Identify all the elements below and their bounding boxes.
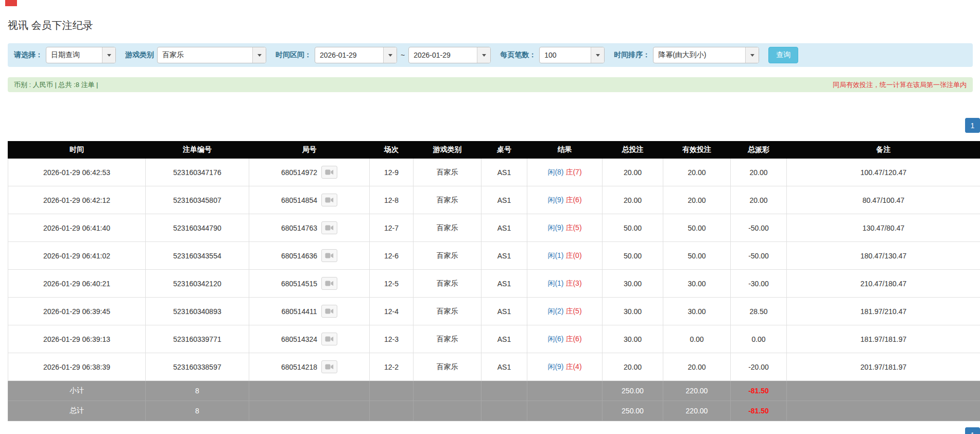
sort-combobox[interactable]: 降幂(由大到小) xyxy=(653,47,759,63)
filter-bar: 请选择： 日期查询 游戏类别 百家乐 时间区间： 2026-01-29 ~ 20… xyxy=(8,43,973,67)
result-player: 闲(8) xyxy=(547,168,563,176)
pagination-top: 1 xyxy=(8,118,980,133)
session-cell: 12-7 xyxy=(370,214,414,242)
total-bet-link[interactable]: 30.00 xyxy=(603,325,663,353)
chevron-down-icon[interactable] xyxy=(745,47,759,63)
notice-bar: 币别 : 人民币 | 总共 :8 注单 | 同局有效投注，统一计算在该局第一张注… xyxy=(8,77,973,92)
table-row: 2026-01-29 06:42:53523160347176680514972… xyxy=(8,159,980,186)
footer-cell xyxy=(527,381,603,401)
round-id-text: 680514854 xyxy=(281,196,317,204)
video-camera-icon xyxy=(325,224,334,231)
total-bet-link[interactable]: 50.00 xyxy=(603,242,663,270)
bet-id-cell: 523160347176 xyxy=(146,159,249,186)
page-1-button[interactable]: 1 xyxy=(965,118,980,133)
round-wrap: 680514972 xyxy=(281,166,337,179)
total-bet-link[interactable]: 20.00 xyxy=(603,353,663,381)
round-cell: 680514972 xyxy=(249,159,370,186)
chevron-down-icon[interactable] xyxy=(477,47,490,63)
chevron-down-icon[interactable] xyxy=(591,47,604,63)
footer-cell: -81.50 xyxy=(731,381,787,401)
currency-summary-text: 币别 : 人民币 | 总共 :8 注单 | xyxy=(14,80,98,90)
chevron-down-icon[interactable] xyxy=(383,47,397,63)
session-cell: 12-2 xyxy=(370,353,414,381)
footer-cell: -81.50 xyxy=(731,401,787,421)
chevron-down-icon[interactable] xyxy=(252,47,266,63)
video-replay-button[interactable] xyxy=(321,360,337,373)
total-bet-link[interactable]: 30.00 xyxy=(603,298,663,325)
sort-value: 降幂(由大到小) xyxy=(654,47,745,63)
video-replay-button[interactable] xyxy=(321,305,337,318)
remark-cell: 130.47/80.47 xyxy=(787,214,980,242)
payout-cell: -20.00 xyxy=(731,353,787,381)
round-wrap: 680514515 xyxy=(281,277,337,290)
caret-shape xyxy=(107,54,111,57)
round-cell: 680514324 xyxy=(249,325,370,353)
search-button[interactable]: 查询 xyxy=(768,47,798,63)
result-cell: 闲(8) 庄(7) xyxy=(527,159,603,186)
footer-cell xyxy=(370,401,414,421)
video-replay-button[interactable] xyxy=(321,249,337,262)
result-banker: 庄(5) xyxy=(565,307,581,315)
chevron-down-icon[interactable] xyxy=(102,47,115,63)
footer-label: 小计 xyxy=(8,381,146,401)
result-banker: 庄(7) xyxy=(565,168,581,176)
round-id-text: 680514218 xyxy=(281,363,317,371)
table-no-cell: AS1 xyxy=(482,242,527,270)
session-cell: 12-9 xyxy=(370,159,414,186)
video-camera-icon xyxy=(325,308,334,315)
round-id-text: 680514972 xyxy=(281,168,317,177)
session-cell: 12-4 xyxy=(370,298,414,325)
round-id-text: 680514515 xyxy=(281,280,317,288)
caret-shape xyxy=(750,54,754,57)
video-camera-icon xyxy=(325,197,334,203)
footer-cell xyxy=(414,401,482,421)
total-bet-link[interactable]: 30.00 xyxy=(603,270,663,298)
column-header-bet-id: 注单编号 xyxy=(146,142,249,159)
session-cell: 12-3 xyxy=(370,325,414,353)
result-cell: 闲(6) 庄(6) xyxy=(527,325,603,353)
time-cell: 2026-01-29 06:39:45 xyxy=(8,298,146,325)
date-to-combobox[interactable]: 2026-01-29 xyxy=(408,47,491,63)
session-cell: 12-5 xyxy=(370,270,414,298)
footer-cell xyxy=(787,381,980,401)
video-replay-button[interactable] xyxy=(321,277,337,290)
footer-cell xyxy=(249,401,370,421)
query-type-combobox[interactable]: 日期查询 xyxy=(46,47,116,63)
total-bet-link[interactable]: 50.00 xyxy=(603,214,663,242)
round-cell: 680514854 xyxy=(249,186,370,214)
payout-cell: -50.00 xyxy=(731,214,787,242)
bet-id-cell: 523160339771 xyxy=(146,325,249,353)
remark-cell: 201.97/181.97 xyxy=(787,353,980,381)
time-cell: 2026-01-29 06:42:53 xyxy=(8,159,146,186)
date-to-value: 2026-01-29 xyxy=(409,47,477,63)
round-id-text: 680514411 xyxy=(281,307,317,316)
game-type-combobox[interactable]: 百家乐 xyxy=(157,47,266,63)
footer-cell xyxy=(249,381,370,401)
game-type-cell: 百家乐 xyxy=(414,159,482,186)
round-cell: 680514515 xyxy=(249,270,370,298)
total-bet-link[interactable]: 20.00 xyxy=(603,186,663,214)
sort-label: 时间排序： xyxy=(614,50,650,60)
page-1-button-bottom[interactable]: 1 xyxy=(965,427,980,434)
date-from-combobox[interactable]: 2026-01-29 xyxy=(315,47,397,63)
total-bet-link[interactable]: 20.00 xyxy=(603,159,663,186)
page-size-combobox[interactable]: 100 xyxy=(539,47,605,63)
notice-warning-text: 同局有效投注，统一计算在该局第一张注单内 xyxy=(833,80,967,90)
video-replay-button[interactable] xyxy=(321,194,337,206)
footer-label: 总计 xyxy=(8,401,146,421)
video-replay-button[interactable] xyxy=(321,166,337,179)
payout-cell: -30.00 xyxy=(731,270,787,298)
column-header-game-type: 游戏类别 xyxy=(414,142,482,159)
page-title: 视讯 会员下注纪录 xyxy=(8,19,980,32)
result-cell: 闲(2) 庄(5) xyxy=(527,298,603,325)
round-wrap: 680514324 xyxy=(281,333,337,345)
video-replay-button[interactable] xyxy=(321,333,337,345)
table-no-cell: AS1 xyxy=(482,270,527,298)
game-type-cell: 百家乐 xyxy=(414,298,482,325)
table-no-cell: AS1 xyxy=(482,353,527,381)
result-player: 闲(1) xyxy=(547,251,563,259)
filter-group-page-size: 每页笔数： 100 xyxy=(500,47,605,63)
date-range-label: 时间区间： xyxy=(276,50,312,60)
video-replay-button[interactable] xyxy=(321,221,337,234)
result-player: 闲(2) xyxy=(547,307,563,315)
